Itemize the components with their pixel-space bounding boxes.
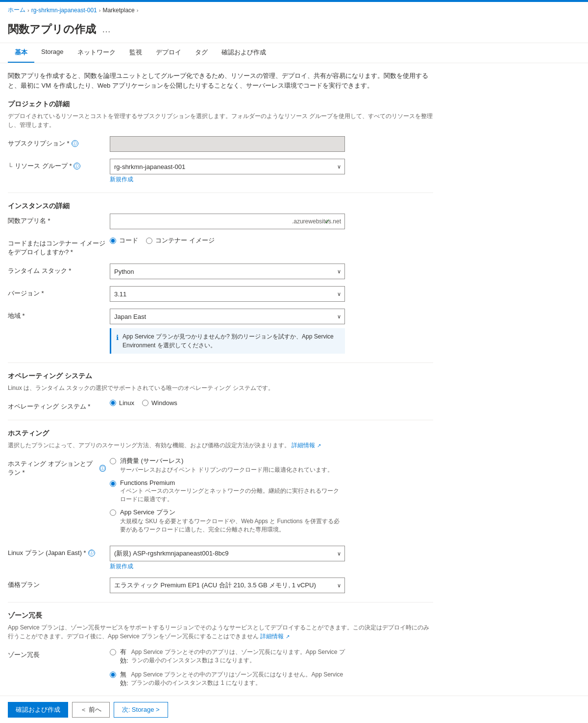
back-button[interactable]: ＜ 前へ bbox=[72, 702, 110, 718]
os-row: オペレーティング システム * Linux Windows bbox=[8, 399, 433, 411]
zone-disabled-radio[interactable] bbox=[110, 672, 116, 678]
tab-deploy[interactable]: デプロイ bbox=[149, 43, 188, 63]
region-select-wrapper: Japan East bbox=[110, 309, 345, 324]
region-select[interactable]: Japan East bbox=[110, 309, 345, 324]
zone-enabled-radio[interactable] bbox=[110, 649, 116, 655]
runtime-label: ランタイム スタック * bbox=[8, 264, 106, 275]
resource-group-row: └ リソース グループ * ⓘ rg-shrkmn-japaneast-001 … bbox=[8, 159, 433, 184]
linux-plan-control: (新規) ASP-rgshrkmnjapaneast001-8bc9 新規作成 bbox=[110, 546, 345, 571]
hosting-options-label: ホスティング オプションとプラン * ⓘ bbox=[8, 457, 106, 477]
price-plan-select-wrapper: エラスティック Premium EP1 (ACU 合計 210, 3.5 GB … bbox=[110, 578, 345, 593]
os-windows-option[interactable]: Windows bbox=[142, 399, 177, 407]
zone-enabled-content: 有効: App Service プランとその中のアプリは、ゾーン冗長になります。… bbox=[120, 648, 345, 665]
hosting-appservice-radio[interactable] bbox=[110, 509, 116, 516]
deploy-container-label: コンテナー イメージ bbox=[155, 236, 215, 245]
version-select[interactable]: 3.11 bbox=[110, 286, 345, 302]
hosting-option-premium: Functions Premium イベント ベースのスケーリングとネットワーク… bbox=[110, 479, 345, 504]
os-section-title: オペレーティング システム bbox=[8, 372, 433, 381]
price-plan-label: 価格プラン bbox=[8, 578, 106, 589]
linux-plan-label: Linux プラン (Japan East) * ⓘ bbox=[8, 546, 106, 557]
zone-row: ゾーン冗長 有効: App Service プランとその中のアプリは、ゾーン冗長… bbox=[8, 648, 433, 693]
tab-monitor[interactable]: 監視 bbox=[122, 43, 149, 63]
page-description: 関数アプリを作成すると、関数を論理ユニットとしてグループ化できるため、リソースの… bbox=[8, 71, 433, 90]
resource-group-select[interactable]: rg-shrkmn-japaneast-001 bbox=[110, 159, 345, 174]
tab-basic[interactable]: 基本 bbox=[8, 43, 34, 63]
runtime-select[interactable]: Python bbox=[110, 264, 345, 279]
hosting-section-title: ホスティング bbox=[8, 429, 433, 438]
subscription-info-icon[interactable]: ⓘ bbox=[72, 140, 78, 147]
zone-disabled-title: 無効: bbox=[120, 670, 129, 688]
app-name-row: 関数アプリ名 * shrkmn-doc-func ✓ .azurewebsite… bbox=[8, 214, 433, 229]
deploy-code-label: コード bbox=[119, 236, 138, 245]
linux-plan-new-link[interactable]: 新規作成 bbox=[110, 562, 345, 571]
linux-plan-select[interactable]: (新規) ASP-rgshrkmnjapaneast001-8bc9 bbox=[110, 546, 345, 561]
hosting-appservice-desc: 大規模な SKU を必要とするワークロードや、Web Apps と Functi… bbox=[120, 517, 345, 534]
hosting-section-desc: 選択したプランによって、アプリのスケーリング方法、有効な機能、および価格の設定方… bbox=[8, 441, 433, 450]
hosting-options-control: 消費量 (サーバーレス) サーバーレスおよびイベント ドリブンのワークロード用に… bbox=[110, 457, 345, 539]
tab-tag[interactable]: タグ bbox=[188, 43, 215, 63]
hosting-premium-radio[interactable] bbox=[110, 481, 116, 487]
deploy-code-radio[interactable] bbox=[110, 238, 116, 244]
subscription-redacted bbox=[110, 136, 345, 152]
os-linux-radio[interactable] bbox=[110, 400, 116, 406]
info-circle-icon: ℹ bbox=[116, 333, 119, 343]
hosting-consumption-title: 消費量 (サーバーレス) bbox=[120, 457, 333, 465]
menu-icon[interactable]: … bbox=[102, 24, 111, 35]
hosting-option-consumption: 消費量 (サーバーレス) サーバーレスおよびイベント ドリブンのワークロード用に… bbox=[110, 457, 345, 474]
tab-review[interactable]: 確認および作成 bbox=[215, 43, 273, 63]
hosting-info-icon[interactable]: ⓘ bbox=[99, 465, 106, 472]
subscription-row: サブスクリプション * ⓘ bbox=[8, 136, 433, 152]
hosting-premium-title: Functions Premium bbox=[120, 479, 345, 486]
next-button[interactable]: 次: Storage > bbox=[114, 702, 168, 718]
hosting-consumption-radio[interactable] bbox=[110, 458, 116, 464]
breadcrumb-home[interactable]: ホーム bbox=[8, 6, 25, 14]
resource-group-info-icon[interactable]: ⓘ bbox=[74, 163, 80, 169]
version-control: 3.11 bbox=[110, 286, 345, 302]
zone-disabled-content: 無効: App Service プランとその中のアプリはゾーン冗長にはなりません… bbox=[120, 670, 345, 688]
deploy-row: コードまたはコンテナー イメージをデプロイしますか? * コード コンテナー イ… bbox=[8, 236, 433, 257]
resource-group-control: rg-shrkmn-japaneast-001 新規作成 bbox=[110, 159, 345, 184]
region-info-text: App Service プランが見つかりませんか? 別のリージョンを試すか、Ap… bbox=[122, 332, 340, 350]
region-control: Japan East ℹ App Service プランが見つかりませんか? 別… bbox=[110, 309, 345, 354]
instance-section-title: インスタンスの詳細 bbox=[8, 202, 433, 211]
deploy-container-radio[interactable] bbox=[146, 238, 152, 244]
runtime-control: Python bbox=[110, 264, 345, 279]
hosting-detail-link[interactable]: 詳細情報 bbox=[292, 442, 315, 449]
tab-network[interactable]: ネットワーク bbox=[71, 43, 122, 63]
tabs-bar: 基本 Storage ネットワーク 監視 デプロイ タグ 確認および作成 bbox=[0, 43, 588, 63]
zone-enabled-title: 有効: bbox=[120, 648, 129, 665]
divider-4 bbox=[8, 602, 433, 602]
linux-plan-select-wrapper: (新規) ASP-rgshrkmnjapaneast001-8bc9 bbox=[110, 546, 345, 561]
hosting-premium-content: Functions Premium イベント ベースのスケーリングとネットワーク… bbox=[120, 479, 345, 504]
hosting-premium-desc: イベント ベースのスケーリングとネットワークの分離。継続的に実行されるワークロー… bbox=[120, 487, 345, 504]
version-label: バージョン * bbox=[8, 286, 106, 298]
resource-group-new-link[interactable]: 新規作成 bbox=[110, 175, 345, 184]
confirm-create-button[interactable]: 確認および作成 bbox=[8, 702, 68, 718]
project-section-title: プロジェクトの詳細 bbox=[8, 100, 433, 109]
breadcrumb-sep-1: › bbox=[27, 7, 29, 13]
zone-detail-link[interactable]: 詳細情報 bbox=[260, 633, 284, 640]
version-row: バージョン * 3.11 bbox=[8, 286, 433, 302]
zone-option-disabled: 無効: App Service プランとその中のアプリはゾーン冗長にはなりません… bbox=[110, 670, 345, 688]
price-plan-select[interactable]: エラスティック Premium EP1 (ACU 合計 210, 3.5 GB … bbox=[110, 578, 345, 593]
linux-plan-info-icon[interactable]: ⓘ bbox=[88, 550, 95, 556]
hosting-appservice-content: App Service プラン 大規模な SKU を必要とするワークロードや、W… bbox=[120, 508, 345, 534]
subscription-control bbox=[110, 136, 345, 152]
breadcrumb: ホーム › rg-shrkmn-japaneast-001 › Marketpl… bbox=[0, 2, 588, 18]
os-windows-radio[interactable] bbox=[142, 400, 148, 406]
breadcrumb-sep-3: › bbox=[137, 7, 139, 13]
os-linux-option[interactable]: Linux bbox=[110, 399, 134, 407]
breadcrumb-marketplace: Marketplace bbox=[102, 7, 134, 14]
hosting-options-row: ホスティング オプションとプラン * ⓘ 消費量 (サーバーレス) サーバーレス… bbox=[8, 457, 433, 539]
hosting-option-appservice: App Service プラン 大規模な SKU を必要とするワークロードや、W… bbox=[110, 508, 345, 534]
breadcrumb-rg[interactable]: rg-shrkmn-japaneast-001 bbox=[31, 7, 97, 14]
deploy-code-option[interactable]: コード bbox=[110, 236, 138, 245]
app-name-label: 関数アプリ名 * bbox=[8, 214, 106, 225]
zone-label: ゾーン冗長 bbox=[8, 648, 106, 659]
version-select-wrapper: 3.11 bbox=[110, 286, 345, 302]
tab-storage[interactable]: Storage bbox=[34, 43, 71, 63]
price-plan-row: 価格プラン エラスティック Premium EP1 (ACU 合計 210, 3… bbox=[8, 578, 433, 593]
project-section-desc: デプロイされているリソースとコストを管理するサブスクリプションを選択します。フォ… bbox=[8, 112, 433, 129]
deploy-container-option[interactable]: コンテナー イメージ bbox=[146, 236, 215, 245]
hosting-consumption-content: 消費量 (サーバーレス) サーバーレスおよびイベント ドリブンのワークロード用に… bbox=[120, 457, 333, 474]
